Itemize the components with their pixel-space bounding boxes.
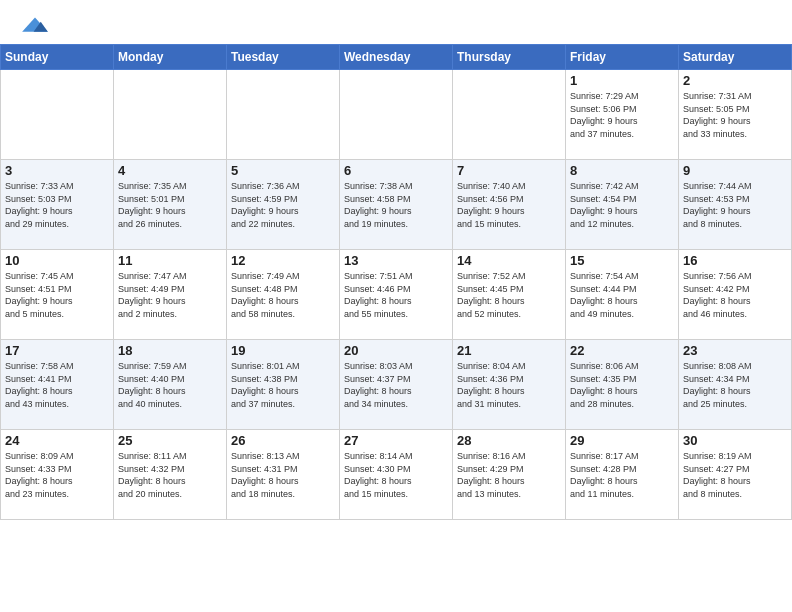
day-info: Sunrise: 8:19 AM Sunset: 4:27 PM Dayligh… — [683, 450, 787, 500]
day-info: Sunrise: 8:04 AM Sunset: 4:36 PM Dayligh… — [457, 360, 561, 410]
calendar-week-3: 10Sunrise: 7:45 AM Sunset: 4:51 PM Dayli… — [1, 250, 792, 340]
calendar-cell: 7Sunrise: 7:40 AM Sunset: 4:56 PM Daylig… — [453, 160, 566, 250]
day-number: 20 — [344, 343, 448, 358]
day-info: Sunrise: 8:14 AM Sunset: 4:30 PM Dayligh… — [344, 450, 448, 500]
calendar-header-saturday: Saturday — [679, 45, 792, 70]
day-number: 24 — [5, 433, 109, 448]
day-info: Sunrise: 7:47 AM Sunset: 4:49 PM Dayligh… — [118, 270, 222, 320]
calendar-cell: 21Sunrise: 8:04 AM Sunset: 4:36 PM Dayli… — [453, 340, 566, 430]
calendar-body: 1Sunrise: 7:29 AM Sunset: 5:06 PM Daylig… — [1, 70, 792, 520]
day-number: 11 — [118, 253, 222, 268]
day-info: Sunrise: 8:09 AM Sunset: 4:33 PM Dayligh… — [5, 450, 109, 500]
day-number: 8 — [570, 163, 674, 178]
day-info: Sunrise: 7:51 AM Sunset: 4:46 PM Dayligh… — [344, 270, 448, 320]
calendar-cell: 6Sunrise: 7:38 AM Sunset: 4:58 PM Daylig… — [340, 160, 453, 250]
day-number: 26 — [231, 433, 335, 448]
calendar-cell: 25Sunrise: 8:11 AM Sunset: 4:32 PM Dayli… — [114, 430, 227, 520]
calendar-header-sunday: Sunday — [1, 45, 114, 70]
day-number: 19 — [231, 343, 335, 358]
day-info: Sunrise: 7:59 AM Sunset: 4:40 PM Dayligh… — [118, 360, 222, 410]
day-info: Sunrise: 8:16 AM Sunset: 4:29 PM Dayligh… — [457, 450, 561, 500]
day-number: 29 — [570, 433, 674, 448]
day-number: 7 — [457, 163, 561, 178]
day-number: 28 — [457, 433, 561, 448]
logo — [20, 16, 50, 36]
calendar-cell: 19Sunrise: 8:01 AM Sunset: 4:38 PM Dayli… — [227, 340, 340, 430]
day-number: 10 — [5, 253, 109, 268]
day-number: 6 — [344, 163, 448, 178]
calendar-cell: 16Sunrise: 7:56 AM Sunset: 4:42 PM Dayli… — [679, 250, 792, 340]
calendar-cell — [1, 70, 114, 160]
day-info: Sunrise: 8:03 AM Sunset: 4:37 PM Dayligh… — [344, 360, 448, 410]
calendar-cell — [227, 70, 340, 160]
calendar-cell: 3Sunrise: 7:33 AM Sunset: 5:03 PM Daylig… — [1, 160, 114, 250]
day-number: 9 — [683, 163, 787, 178]
day-number: 30 — [683, 433, 787, 448]
calendar-cell: 24Sunrise: 8:09 AM Sunset: 4:33 PM Dayli… — [1, 430, 114, 520]
calendar-cell: 22Sunrise: 8:06 AM Sunset: 4:35 PM Dayli… — [566, 340, 679, 430]
calendar-header: SundayMondayTuesdayWednesdayThursdayFrid… — [1, 45, 792, 70]
day-info: Sunrise: 7:44 AM Sunset: 4:53 PM Dayligh… — [683, 180, 787, 230]
day-info: Sunrise: 7:35 AM Sunset: 5:01 PM Dayligh… — [118, 180, 222, 230]
day-number: 1 — [570, 73, 674, 88]
day-info: Sunrise: 7:56 AM Sunset: 4:42 PM Dayligh… — [683, 270, 787, 320]
calendar-cell: 8Sunrise: 7:42 AM Sunset: 4:54 PM Daylig… — [566, 160, 679, 250]
calendar-header-monday: Monday — [114, 45, 227, 70]
calendar-cell: 17Sunrise: 7:58 AM Sunset: 4:41 PM Dayli… — [1, 340, 114, 430]
day-info: Sunrise: 7:38 AM Sunset: 4:58 PM Dayligh… — [344, 180, 448, 230]
day-info: Sunrise: 7:31 AM Sunset: 5:05 PM Dayligh… — [683, 90, 787, 140]
day-number: 4 — [118, 163, 222, 178]
calendar-cell: 9Sunrise: 7:44 AM Sunset: 4:53 PM Daylig… — [679, 160, 792, 250]
day-number: 2 — [683, 73, 787, 88]
calendar-week-1: 1Sunrise: 7:29 AM Sunset: 5:06 PM Daylig… — [1, 70, 792, 160]
calendar-cell: 12Sunrise: 7:49 AM Sunset: 4:48 PM Dayli… — [227, 250, 340, 340]
calendar: SundayMondayTuesdayWednesdayThursdayFrid… — [0, 44, 792, 520]
day-number: 22 — [570, 343, 674, 358]
day-info: Sunrise: 8:01 AM Sunset: 4:38 PM Dayligh… — [231, 360, 335, 410]
day-number: 27 — [344, 433, 448, 448]
calendar-cell: 26Sunrise: 8:13 AM Sunset: 4:31 PM Dayli… — [227, 430, 340, 520]
day-info: Sunrise: 8:11 AM Sunset: 4:32 PM Dayligh… — [118, 450, 222, 500]
day-info: Sunrise: 8:06 AM Sunset: 4:35 PM Dayligh… — [570, 360, 674, 410]
day-number: 15 — [570, 253, 674, 268]
calendar-cell — [114, 70, 227, 160]
calendar-cell: 20Sunrise: 8:03 AM Sunset: 4:37 PM Dayli… — [340, 340, 453, 430]
day-info: Sunrise: 7:42 AM Sunset: 4:54 PM Dayligh… — [570, 180, 674, 230]
calendar-cell: 1Sunrise: 7:29 AM Sunset: 5:06 PM Daylig… — [566, 70, 679, 160]
day-number: 3 — [5, 163, 109, 178]
day-number: 23 — [683, 343, 787, 358]
day-info: Sunrise: 7:45 AM Sunset: 4:51 PM Dayligh… — [5, 270, 109, 320]
day-info: Sunrise: 7:33 AM Sunset: 5:03 PM Dayligh… — [5, 180, 109, 230]
day-info: Sunrise: 7:49 AM Sunset: 4:48 PM Dayligh… — [231, 270, 335, 320]
day-number: 13 — [344, 253, 448, 268]
day-number: 12 — [231, 253, 335, 268]
day-number: 14 — [457, 253, 561, 268]
calendar-cell: 30Sunrise: 8:19 AM Sunset: 4:27 PM Dayli… — [679, 430, 792, 520]
day-info: Sunrise: 7:54 AM Sunset: 4:44 PM Dayligh… — [570, 270, 674, 320]
calendar-cell — [340, 70, 453, 160]
day-info: Sunrise: 7:40 AM Sunset: 4:56 PM Dayligh… — [457, 180, 561, 230]
calendar-header-tuesday: Tuesday — [227, 45, 340, 70]
calendar-cell — [453, 70, 566, 160]
calendar-cell: 10Sunrise: 7:45 AM Sunset: 4:51 PM Dayli… — [1, 250, 114, 340]
day-info: Sunrise: 7:36 AM Sunset: 4:59 PM Dayligh… — [231, 180, 335, 230]
day-info: Sunrise: 7:52 AM Sunset: 4:45 PM Dayligh… — [457, 270, 561, 320]
calendar-week-4: 17Sunrise: 7:58 AM Sunset: 4:41 PM Dayli… — [1, 340, 792, 430]
calendar-header-friday: Friday — [566, 45, 679, 70]
calendar-week-5: 24Sunrise: 8:09 AM Sunset: 4:33 PM Dayli… — [1, 430, 792, 520]
day-number: 25 — [118, 433, 222, 448]
day-info: Sunrise: 7:29 AM Sunset: 5:06 PM Dayligh… — [570, 90, 674, 140]
day-info: Sunrise: 8:08 AM Sunset: 4:34 PM Dayligh… — [683, 360, 787, 410]
calendar-header-thursday: Thursday — [453, 45, 566, 70]
calendar-cell: 13Sunrise: 7:51 AM Sunset: 4:46 PM Dayli… — [340, 250, 453, 340]
calendar-cell: 2Sunrise: 7:31 AM Sunset: 5:05 PM Daylig… — [679, 70, 792, 160]
calendar-week-2: 3Sunrise: 7:33 AM Sunset: 5:03 PM Daylig… — [1, 160, 792, 250]
calendar-cell: 27Sunrise: 8:14 AM Sunset: 4:30 PM Dayli… — [340, 430, 453, 520]
day-number: 18 — [118, 343, 222, 358]
day-info: Sunrise: 8:13 AM Sunset: 4:31 PM Dayligh… — [231, 450, 335, 500]
calendar-cell: 15Sunrise: 7:54 AM Sunset: 4:44 PM Dayli… — [566, 250, 679, 340]
calendar-cell: 14Sunrise: 7:52 AM Sunset: 4:45 PM Dayli… — [453, 250, 566, 340]
calendar-cell: 28Sunrise: 8:16 AM Sunset: 4:29 PM Dayli… — [453, 430, 566, 520]
day-info: Sunrise: 8:17 AM Sunset: 4:28 PM Dayligh… — [570, 450, 674, 500]
calendar-cell: 4Sunrise: 7:35 AM Sunset: 5:01 PM Daylig… — [114, 160, 227, 250]
